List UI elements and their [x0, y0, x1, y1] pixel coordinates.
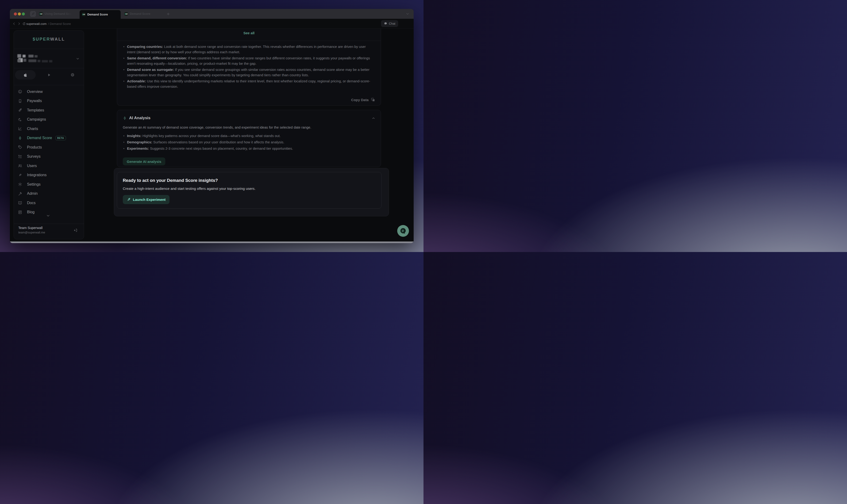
sign-out-button[interactable]: [73, 227, 78, 233]
cta-card: Ready to act on your Demand Score insigh…: [117, 172, 382, 209]
url-bar[interactable]: superwall.com / Demand Score: [26, 19, 71, 29]
ai-analysis-card: AI Analysis Generate an AI summary of de…: [117, 110, 381, 167]
chat-button[interactable]: Chat: [381, 20, 398, 27]
tab-overview-button[interactable]: [405, 11, 410, 17]
copy-data-label: Copy Data: [351, 98, 369, 102]
platform-toggle: [14, 70, 84, 79]
traffic-light-close[interactable]: [14, 13, 17, 16]
sidebar-expand-button[interactable]: [45, 213, 51, 218]
divider: [14, 68, 84, 68]
campaign-arrow-icon: [18, 117, 22, 122]
bullet-item: Experiments: Suggests 2-3 concrete next …: [123, 145, 375, 152]
sidebar-item-label: Blog: [27, 210, 35, 214]
newspaper-icon: [18, 210, 22, 214]
see-all-link[interactable]: See all: [117, 31, 381, 35]
launch-experiment-button[interactable]: Launch Experiment: [123, 195, 170, 204]
chevron-down-icon: [75, 56, 81, 61]
workspace-selector[interactable]: [14, 52, 84, 66]
sidebar-item-charts[interactable]: Charts: [14, 124, 84, 133]
platform-web-button[interactable]: [68, 70, 77, 79]
tag-icon: [18, 145, 22, 149]
superwall-favicon: $W: [124, 12, 128, 16]
browser-toolbar: superwall.com / Demand Score Chat: [10, 19, 413, 29]
sidebar-item-campaigns[interactable]: Campaigns: [14, 115, 84, 124]
insights-bullet-list: Comparing countries: Look at both demand…: [123, 44, 375, 90]
speech-bubble-icon: [384, 22, 387, 25]
ai-analysis-title: AI Analysis: [129, 116, 151, 120]
generate-ai-analysis-label: Generate AI analysis: [127, 160, 161, 164]
platform-android-button[interactable]: [45, 70, 54, 79]
bullet-item: Same demand, different conversion: If tw…: [123, 56, 375, 67]
chat-fab-button[interactable]: [397, 225, 409, 237]
tab-demand-score-2[interactable]: $W Demand Score: [122, 9, 153, 19]
sidebar-item-templates[interactable]: Templates: [14, 106, 84, 115]
sidebar-item-docs[interactable]: Docs: [14, 198, 84, 208]
tab-strip: $W Using Demand Score in $W Demand Score…: [10, 9, 413, 19]
beta-badge: BETA: [55, 136, 66, 140]
chevron-up-icon: [372, 116, 375, 120]
pin-tab-button[interactable]: [30, 11, 36, 17]
chevron-right-icon: [17, 22, 21, 25]
sidebar-item-label: Docs: [27, 201, 35, 205]
tab-demand-score-active[interactable]: $W Demand Score: [80, 10, 121, 19]
launch-experiment-label: Launch Experiment: [133, 198, 165, 201]
traffic-light-zoom[interactable]: [22, 13, 25, 16]
collapse-button[interactable]: [371, 116, 376, 121]
tab-title: Demand Score: [130, 12, 151, 16]
cta-overlay-panel: Ready to act on your Demand Score insigh…: [114, 168, 389, 216]
sidebar-item-paywalls[interactable]: Paywalls: [14, 96, 84, 106]
sidebar-item-label: Demand Score: [27, 136, 52, 140]
copy-icon: [371, 97, 375, 102]
platform-ios-button[interactable]: [15, 70, 36, 79]
book-icon: [18, 201, 22, 205]
chevron-left-icon: [13, 22, 16, 25]
ai-bullet-list: Insights: Highlights key patterns across…: [123, 133, 375, 152]
traffic-light-minimize[interactable]: [18, 13, 21, 16]
window-bottom-bar: [10, 241, 413, 243]
sidebar-item-label: Templates: [27, 108, 44, 112]
sidebar-item-label: Overview: [27, 90, 43, 94]
plus-icon: [166, 12, 170, 16]
gear-icon: [18, 182, 22, 186]
page-content: $UPERWALL: [10, 29, 413, 241]
ai-analysis-header: AI Analysis: [123, 116, 151, 120]
new-tab-button[interactable]: [165, 11, 171, 17]
chat-label: Chat: [389, 22, 395, 25]
sidebar-item-label: Charts: [27, 127, 38, 131]
sidebar-item-overview[interactable]: Overview: [14, 87, 84, 96]
sidebar-item-admin[interactable]: Admin: [14, 189, 84, 198]
superwall-favicon: $W: [82, 13, 86, 16]
reload-button[interactable]: [21, 21, 27, 26]
tab-title: Using Demand Score in: [45, 12, 72, 16]
bullet-item: Actionable: Use this view to identify un…: [123, 78, 375, 89]
sidebar-item-label: Integrations: [27, 173, 47, 177]
chevron-down-icon: [406, 12, 409, 16]
chart-icon: [18, 126, 22, 131]
generate-ai-analysis-button[interactable]: Generate AI analysis: [123, 158, 165, 165]
superwall-favicon: $W: [39, 12, 43, 16]
insights-card: See all Comparing countries: Look at bot…: [117, 29, 381, 106]
globe-icon: [70, 73, 75, 77]
sidebar-item-settings[interactable]: Settings: [14, 180, 84, 189]
account-email: team@superwall.me: [18, 231, 45, 234]
apple-icon: [23, 73, 28, 77]
cta-title: Ready to act on your Demand Score insigh…: [123, 178, 218, 183]
sidebar-item-label: Products: [27, 145, 42, 149]
rocket-icon: [127, 198, 131, 201]
plug-icon: [18, 173, 22, 177]
copy-data-button[interactable]: Copy Data: [351, 97, 375, 102]
reload-icon: [22, 22, 26, 25]
sidebar-nav: Overview Paywalls Templates Campaigns Ch…: [14, 87, 84, 217]
browser-window: $W Using Demand Score in $W Demand Score…: [10, 9, 413, 243]
sidebar-item-users[interactable]: Users: [14, 161, 84, 170]
sidebar-item-integrations[interactable]: Integrations: [14, 170, 84, 180]
sidebar-item-demand-score[interactable]: Demand Score BETA: [14, 133, 84, 143]
sidebar-item-products[interactable]: Products: [14, 143, 84, 152]
divider: [14, 85, 84, 85]
divider: [14, 223, 84, 224]
tab-using-demand-score[interactable]: $W Using Demand Score in: [37, 9, 75, 19]
sidebar-item-label: Paywalls: [27, 99, 42, 103]
sidebar-item-surveys[interactable]: Surveys: [14, 152, 84, 161]
sidebar-item-label: Campaigns: [27, 117, 46, 122]
superwall-logo: $UPERWALL: [14, 37, 84, 42]
